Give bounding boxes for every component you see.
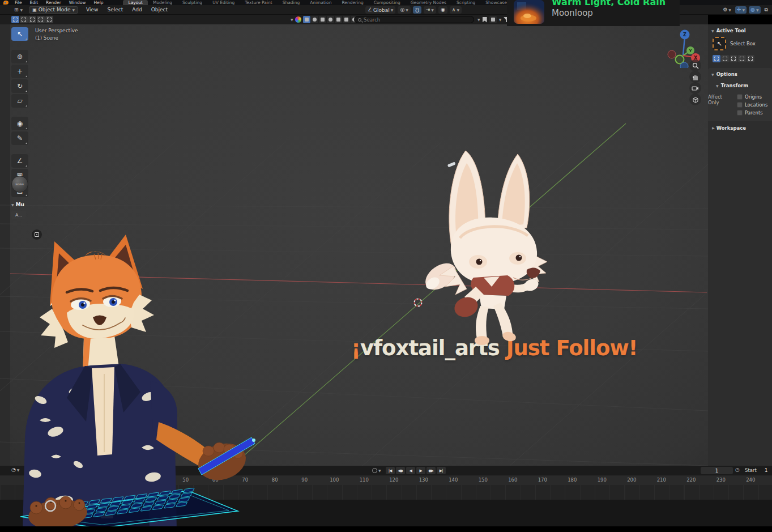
tool-button[interactable]: ↖ [11, 27, 28, 41]
transport-button[interactable]: ◀ [406, 467, 415, 474]
menu-item[interactable]: Help [89, 0, 107, 5]
speaker-object-icon[interactable] [32, 229, 42, 240]
select-mode-subtract[interactable] [28, 16, 36, 23]
proportional-edit-toggle[interactable]: ◉ [438, 6, 447, 14]
tool-button[interactable]: ⊕ [11, 50, 28, 63]
select-mode-extend[interactable] [721, 55, 729, 62]
workspace-tab[interactable]: Rendering [336, 0, 368, 5]
ortho-toggle-button[interactable] [689, 93, 701, 105]
display-mode-icon[interactable] [489, 16, 497, 23]
toolshelf-extra-button[interactable]: A... [11, 211, 26, 219]
filter-brush-icon[interactable] [335, 16, 342, 23]
transport-button[interactable]: ◀◆ [396, 467, 405, 474]
menu-item[interactable]: Render [42, 0, 65, 5]
falloff-dropdown[interactable]: ∧ ▼ [450, 6, 462, 14]
overlays-toggle[interactable]: ◍ ▼ [749, 6, 760, 14]
checkbox-row[interactable]: Origins [737, 93, 772, 101]
viewport-menu-item[interactable]: Add [127, 7, 146, 12]
frame-label: 220 [676, 477, 706, 483]
workspace-tab[interactable]: Geometry Nodes [406, 0, 451, 5]
visibility-dropdown[interactable]: ⚙ ▼ [721, 6, 733, 14]
collapse-chevron-icon[interactable]: ▼ [291, 18, 293, 22]
filter-model-icon[interactable] [319, 16, 326, 23]
blender-logo-icon[interactable] [3, 1, 8, 5]
select-mode-extend[interactable] [20, 16, 28, 23]
viewport-menu-item[interactable]: View [82, 7, 103, 12]
search-input[interactable] [364, 17, 470, 23]
tool-button[interactable]: + [11, 65, 28, 78]
checkbox[interactable] [737, 110, 743, 116]
start-frame-value[interactable]: 1 [765, 467, 767, 473]
filter-world-icon[interactable] [327, 16, 334, 23]
snap-target-dropdown[interactable]: ⇥ ▼ [424, 6, 436, 14]
material-preview-icon[interactable] [295, 16, 301, 23]
transport-button[interactable]: ◆▶ [426, 467, 436, 474]
checkbox-row[interactable]: Parents [737, 109, 772, 117]
checkbox-row[interactable]: Locations [737, 101, 772, 109]
workspace-tab[interactable]: Layout [123, 0, 148, 5]
workspace-panel-header[interactable]: ▼ Workspace [708, 122, 772, 133]
timeline-tracks[interactable] [0, 485, 772, 500]
search-field[interactable] [354, 16, 474, 23]
workspace-tab[interactable]: Modeling [148, 0, 177, 5]
chevron-down-icon[interactable]: ▼ [477, 18, 480, 22]
gizmos-toggle[interactable]: ✛ ▼ [735, 6, 747, 14]
snap-toggle[interactable]: Ω [413, 6, 421, 14]
playback-sync-button[interactable]: ▼ [372, 468, 381, 473]
transport-button[interactable]: ▶| [437, 467, 446, 474]
checkbox[interactable] [737, 94, 743, 100]
filter-paint-icon[interactable] [343, 16, 350, 23]
falloff-curve-icon: ∧ [452, 7, 456, 12]
editor-type-selector[interactable]: ⊞ ▼ [11, 6, 25, 14]
pan-view-button[interactable] [689, 71, 701, 83]
active-tool-panel-header[interactable]: ▼ Active Tool [708, 24, 772, 36]
viewport-menu-item[interactable]: Select [103, 7, 127, 12]
pivot-dropdown[interactable]: ◎ ▼ [398, 6, 410, 14]
camera-view-button[interactable] [689, 82, 701, 94]
3d-viewport[interactable] [0, 24, 708, 466]
current-frame-field[interactable]: 1 [701, 467, 733, 474]
options-panel-header[interactable]: ▼ Options [708, 68, 772, 79]
select-mode-subtract[interactable] [730, 55, 737, 62]
tool-button[interactable]: ↻ [11, 79, 28, 93]
mode-selector[interactable]: ▣ Object Mode ▼ [29, 6, 78, 14]
xray-toggle[interactable]: ⧉ [763, 6, 770, 14]
select-mode-intersect[interactable] [747, 55, 754, 62]
transform-panel-header[interactable]: ▼ Transform [708, 79, 772, 91]
menu-item[interactable]: Edit [26, 0, 42, 5]
workspace-tab[interactable]: Shading [278, 0, 305, 5]
bookmark-icon[interactable] [483, 17, 487, 23]
tool-button[interactable]: ∠ [11, 154, 28, 168]
select-box-tool-icon[interactable]: ↖ [713, 37, 726, 50]
menu-item[interactable]: Window [65, 0, 90, 5]
viewport-menu-item[interactable]: Object [147, 7, 172, 12]
orientation-dropdown[interactable]: ∠ Global ▼ [365, 6, 395, 14]
tool-button[interactable]: ✎ [11, 131, 28, 145]
select-mode-set[interactable] [713, 55, 720, 62]
toolshelf-panel-label[interactable]: ▼ Mu [11, 202, 28, 207]
menu-item[interactable]: File [11, 0, 26, 5]
workspace-tab[interactable]: Sculpting [177, 0, 207, 5]
zoom-view-button[interactable] [689, 59, 701, 71]
tool-button[interactable]: ◉ [11, 117, 28, 130]
checkbox[interactable] [737, 102, 743, 108]
select-mode-invert[interactable] [37, 16, 45, 23]
transport-button[interactable]: |◀ [386, 467, 395, 474]
workspace-tab[interactable]: Texture Paint [240, 0, 277, 5]
workspace-tab[interactable]: Compositing [369, 0, 406, 5]
workspace-tab[interactable]: UV Editing [207, 0, 240, 5]
transport-button[interactable]: ▶ [416, 467, 425, 474]
filter-all-icon[interactable] [303, 16, 310, 23]
select-mode-invert[interactable] [738, 55, 746, 62]
tool-button[interactable]: ▱ [11, 94, 28, 108]
music-notification[interactable]: Warm Light, Cold Rain Moonloop [507, 0, 680, 26]
select-mode-intersect[interactable] [45, 16, 53, 23]
timeline-ruler[interactable]: 4050607080901001101201301401501601701801… [0, 475, 772, 485]
filter-scene-icon[interactable] [311, 16, 318, 23]
workspace-tab[interactable]: Animation [305, 0, 336, 5]
scene-text-overlay[interactable]: ¡vfoxtail_arts Just Follow! [351, 336, 637, 360]
workspace-tab[interactable]: Scripting [451, 0, 480, 5]
material-ball-tool[interactable]: NONE [11, 176, 28, 193]
timeline-editor-type-button[interactable]: ◔ ▼ [11, 467, 19, 473]
select-mode-set[interactable] [11, 16, 19, 23]
